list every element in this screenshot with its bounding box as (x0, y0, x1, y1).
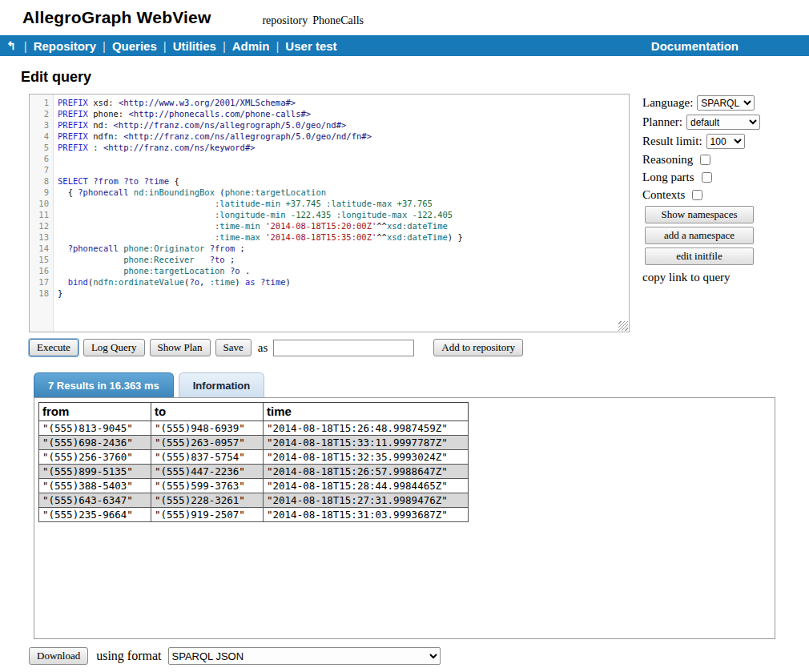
long-parts-checkbox[interactable] (702, 172, 712, 183)
contexts-checkbox[interactable] (692, 190, 702, 200)
nav-separator: | (223, 39, 226, 53)
save-as-label: as (258, 341, 268, 355)
main-content: Edit query 123456789101112131415161718 P… (0, 69, 809, 665)
query-options-panel: Language: SPARQL Planner: default Result… (642, 94, 780, 332)
table-cell: "2014-08-18T15:28:44.9984465Z" (264, 479, 469, 493)
table-row[interactable]: "(555)813-9045""(555)948-6939""2014-08-1… (39, 421, 469, 436)
repository-name: PhoneCalls (312, 14, 364, 26)
editor-code[interactable]: PREFIX xsd: <http://www.w3.org/2001/XMLS… (54, 95, 629, 332)
app-header: AllegroGraph WebView repositoryPhoneCall… (0, 0, 809, 35)
table-cell: "(555)256-3760" (39, 450, 151, 465)
contexts-label: Contexts (642, 188, 685, 202)
table-cell: "2014-08-18T15:26:48.9987459Z" (264, 421, 469, 436)
table-row[interactable]: "(555)388-5403""(555)599-3763""2014-08-1… (39, 479, 469, 493)
add-namespace-button[interactable]: add a namespace (645, 227, 754, 244)
nav-queries[interactable]: Queries (112, 39, 157, 53)
reasoning-label: Reasoning (642, 153, 693, 167)
table-cell: "2014-08-18T15:26:57.9988647Z" (264, 465, 469, 479)
nav-separator: | (163, 39, 167, 53)
copy-link-to-query[interactable]: copy link to query (642, 271, 780, 284)
table-cell: "(555)447-2236" (151, 465, 264, 479)
planner-label: Planner: (642, 115, 682, 129)
table-cell: "(555)919-2507" (151, 508, 264, 522)
download-bar: Download using format SPARQL JSON (29, 647, 809, 665)
add-to-repository-button[interactable]: Add to repository (433, 339, 523, 356)
navbar: ↰ | Repository | Queries | Utilities | A… (0, 35, 809, 56)
table-cell: "2014-08-18T15:32:35.9993024Z" (264, 450, 469, 465)
table-cell: "(555)599-3763" (151, 479, 264, 493)
table-cell: "2014-08-18T15:27:31.9989476Z" (264, 493, 469, 508)
table-cell: "(555)235-9664" (39, 508, 151, 522)
result-limit-select[interactable]: 100 (706, 134, 745, 149)
nav-documentation[interactable]: Documentation (651, 39, 739, 53)
query-toolbar: Execute Log Query Show Plan Save as Add … (29, 339, 809, 356)
table-cell: "2014-08-18T15:31:03.9993687Z" (264, 508, 469, 522)
nav-separator: | (24, 39, 27, 53)
query-editor[interactable]: 123456789101112131415161718 PREFIX xsd: … (29, 94, 630, 332)
show-plan-button[interactable]: Show Plan (150, 339, 211, 356)
back-icon[interactable]: ↰ (6, 39, 16, 52)
save-name-input[interactable] (273, 340, 414, 356)
show-namespaces-button[interactable]: Show namespaces (645, 206, 754, 223)
table-cell: "(555)643-6347" (39, 493, 151, 508)
long-parts-label: Long parts (642, 171, 694, 184)
nav-separator: | (103, 39, 106, 53)
table-row[interactable]: "(555)899-5135""(555)447-2236""2014-08-1… (39, 465, 469, 479)
results-panel: from to time "(555)813-9045""(555)948-69… (34, 397, 775, 639)
table-row[interactable]: "(555)235-9664""(555)919-2507""2014-08-1… (39, 508, 469, 522)
column-header-time[interactable]: time (264, 403, 469, 421)
table-header-row: from to time (39, 403, 469, 421)
table-cell: "(555)228-3261" (151, 493, 264, 508)
tab-information[interactable]: Information (179, 372, 265, 397)
download-button[interactable]: Download (29, 647, 88, 665)
table-cell: "2014-08-18T15:33:11.9997787Z" (264, 436, 469, 450)
editor-resize-handle[interactable] (618, 321, 628, 331)
app-title: AllegroGraph WebView (22, 8, 211, 27)
table-cell: "(555)388-5403" (39, 479, 151, 493)
language-label: Language: (642, 96, 693, 110)
download-format-select[interactable]: SPARQL JSON (168, 647, 441, 665)
results-tab-bar: 7 Results in 16.363 ms Information (34, 372, 809, 397)
table-cell: "(555)948-6939" (151, 421, 264, 436)
column-header-from[interactable]: from (39, 403, 151, 421)
using-format-label: using format (96, 649, 161, 663)
editor-line-numbers: 123456789101112131415161718 (30, 95, 54, 332)
column-header-to[interactable]: to (151, 403, 264, 421)
nav-repository[interactable]: Repository (34, 39, 96, 53)
nav-admin[interactable]: Admin (232, 39, 270, 53)
log-query-button[interactable]: Log Query (83, 339, 145, 356)
table-cell: "(555)899-5135" (39, 465, 151, 479)
table-row[interactable]: "(555)698-2436""(555)263-0957""2014-08-1… (39, 436, 469, 450)
nav-utilities[interactable]: Utilities (173, 39, 216, 53)
repository-word: repository (262, 14, 308, 26)
table-cell: "(555)263-0957" (151, 436, 264, 450)
table-row[interactable]: "(555)256-3760""(555)837-5754""2014-08-1… (39, 450, 469, 465)
table-cell: "(555)837-5754" (151, 450, 264, 465)
result-limit-label: Result limit: (642, 135, 702, 148)
repository-label: repositoryPhoneCalls (262, 14, 364, 27)
table-cell: "(555)698-2436" (39, 436, 151, 450)
nav-separator: | (276, 39, 279, 53)
nav-user-test[interactable]: User test (285, 39, 336, 53)
table-row[interactable]: "(555)643-6347""(555)228-3261""2014-08-1… (39, 493, 469, 508)
edit-initfile-button[interactable]: edit initfile (645, 247, 754, 265)
tab-results[interactable]: 7 Results in 16.363 ms (34, 372, 174, 397)
reasoning-checkbox[interactable] (700, 155, 710, 165)
execute-button[interactable]: Execute (29, 339, 78, 356)
language-select[interactable]: SPARQL (697, 95, 755, 111)
planner-select[interactable]: default (686, 115, 760, 130)
table-cell: "(555)813-9045" (39, 421, 151, 436)
page-title: Edit query (21, 69, 809, 86)
save-button[interactable]: Save (215, 339, 252, 356)
results-table: from to time "(555)813-9045""(555)948-69… (38, 402, 469, 522)
